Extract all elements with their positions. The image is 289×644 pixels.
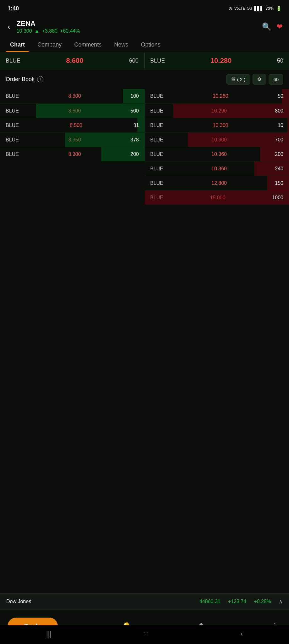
filter-button[interactable]: ⚙ bbox=[253, 74, 266, 85]
ask-row: BLUE10.360200 bbox=[145, 147, 289, 161]
bank-icon: 🏛 bbox=[231, 77, 236, 82]
best-bid-price: 8.600 bbox=[66, 57, 83, 65]
header: ‹ ZENA 10.300 ▲ +3.880 +60.44% 🔍 ❤ bbox=[0, 16, 289, 38]
bottom-ticker[interactable]: Dow Jones 44860.31 +123.74 +0.28% ∧ bbox=[0, 593, 289, 609]
status-bar: 1:40 ⊙ VoLTE 5G ▌▌▌ 73% 🔋 bbox=[0, 0, 289, 16]
nav-bar: ||| □ ‹ bbox=[0, 625, 289, 644]
best-bid-cell: BLUE 8.600 600 bbox=[0, 52, 145, 69]
best-ask-cell: BLUE 10.280 50 bbox=[145, 52, 289, 69]
ticker-change: +123.74 bbox=[228, 599, 246, 604]
bid-row: BLUE8.50031 bbox=[0, 118, 145, 132]
battery-level: 73% bbox=[265, 6, 274, 11]
order-book-controls: 🏛 (2) ⚙ 60 bbox=[226, 74, 283, 85]
status-time: 1:40 bbox=[8, 5, 19, 12]
best-bid-ask-row: BLUE 8.600 600 BLUE 10.280 50 bbox=[0, 52, 289, 69]
tab-chart[interactable]: Chart bbox=[5, 38, 30, 52]
bank-filter-button[interactable]: 🏛 (2) bbox=[226, 74, 250, 85]
order-book-header: Order Book i 🏛 (2) ⚙ 60 bbox=[0, 69, 289, 89]
best-bid-label: BLUE bbox=[6, 58, 20, 64]
ask-row: BLUE10.28050 bbox=[145, 89, 289, 103]
stock-change-arrow: ▲ bbox=[35, 28, 40, 34]
best-bid-qty: 600 bbox=[129, 58, 138, 64]
ticker-change-pct: +0.28% bbox=[254, 599, 271, 604]
ask-row: BLUE15.0001000 bbox=[145, 190, 289, 205]
signal-icon: ▌▌▌ bbox=[254, 6, 264, 11]
lot-size-button[interactable]: 60 bbox=[269, 74, 283, 85]
stock-price-row: 10.300 ▲ +3.880 +60.44% bbox=[17, 28, 257, 34]
nav-back-icon[interactable]: ||| bbox=[46, 630, 52, 638]
tab-company[interactable]: Company bbox=[32, 38, 67, 52]
bid-row: BLUE8.600500 bbox=[0, 103, 145, 118]
tab-news[interactable]: News bbox=[109, 38, 133, 52]
bank-count: ( bbox=[237, 77, 239, 82]
info-icon[interactable]: i bbox=[37, 76, 43, 82]
best-ask-qty: 50 bbox=[277, 58, 283, 64]
stock-info: ZENA 10.300 ▲ +3.880 +60.44% bbox=[17, 19, 257, 34]
volte-icon: VoLTE bbox=[234, 6, 245, 11]
stock-ticker: ZENA bbox=[17, 19, 257, 28]
stock-price: 10.300 bbox=[17, 28, 32, 34]
sliders-icon: ⚙ bbox=[257, 76, 261, 82]
stock-change: +3.880 bbox=[42, 28, 57, 34]
ask-row: BLUE10.290800 bbox=[145, 103, 289, 118]
5g-icon: 5G bbox=[247, 6, 252, 11]
bid-row: BLUE8.300200 bbox=[0, 147, 145, 161]
best-ask-label: BLUE bbox=[150, 58, 165, 64]
order-book-table: BLUE8.600100BLUE8.600500BLUE8.50031BLUE8… bbox=[0, 89, 289, 205]
bid-row: BLUE8.600100 bbox=[0, 89, 145, 103]
best-ask-price: 10.280 bbox=[210, 57, 231, 65]
ask-row: BLUE10.30010 bbox=[145, 118, 289, 132]
search-button[interactable]: 🔍 bbox=[262, 22, 271, 31]
bid-row: BLUE8.350378 bbox=[0, 132, 145, 147]
tab-comments[interactable]: Comments bbox=[69, 38, 107, 52]
bids-side: BLUE8.600100BLUE8.600500BLUE8.50031BLUE8… bbox=[0, 89, 145, 205]
stock-change-pct: +60.44% bbox=[60, 28, 80, 34]
ticker-chevron-icon[interactable]: ∧ bbox=[279, 598, 283, 605]
back-button[interactable]: ‹ bbox=[6, 21, 12, 33]
battery-icon: 🔋 bbox=[276, 6, 281, 11]
favorite-button[interactable]: ❤ bbox=[276, 22, 283, 31]
status-icons: ⊙ VoLTE 5G ▌▌▌ 73% 🔋 bbox=[229, 6, 281, 11]
header-actions: 🔍 ❤ bbox=[262, 22, 283, 31]
asks-side: BLUE10.28050BLUE10.290800BLUE10.30010BLU… bbox=[145, 89, 289, 205]
ask-row: BLUE12.800150 bbox=[145, 176, 289, 190]
ticker-name: Dow Jones bbox=[6, 599, 31, 604]
tabs-bar: Chart Company Comments News Options bbox=[0, 38, 289, 52]
ask-row: BLUE10.360240 bbox=[145, 161, 289, 176]
tab-options[interactable]: Options bbox=[136, 38, 165, 52]
ask-row: BLUE10.300700 bbox=[145, 132, 289, 147]
ticker-price: 44860.31 bbox=[199, 599, 220, 604]
nav-recents-icon[interactable]: ‹ bbox=[241, 630, 243, 638]
order-book-title: Order Book i bbox=[6, 76, 43, 83]
hdradio-icon: ⊙ bbox=[229, 6, 232, 11]
nav-home-icon[interactable]: □ bbox=[144, 630, 148, 638]
